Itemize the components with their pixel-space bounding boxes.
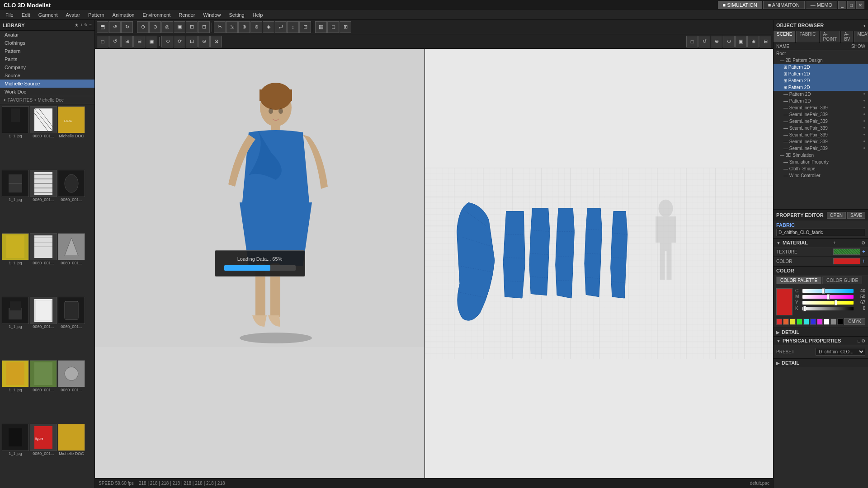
detail2-section-header[interactable]: ▶ DETAIL <box>774 358 868 367</box>
fabric-name-input[interactable] <box>776 229 865 236</box>
swatch-1[interactable] <box>776 319 782 325</box>
obj-tab-fabric[interactable]: FABRIC <box>796 31 819 42</box>
tree-pattern-2d-6[interactable]: — Pattern 2D <box>774 98 868 104</box>
tool-2d-1[interactable]: □ <box>97 36 108 47</box>
physical-icon-1[interactable]: □ <box>858 338 860 343</box>
tool-2d-r6[interactable]: ⊞ <box>747 36 759 47</box>
win-minimize[interactable]: _ <box>838 1 846 9</box>
list-item[interactable]: 0060_001... <box>30 106 57 169</box>
tool-2d-r7[interactable]: ⊟ <box>760 36 771 47</box>
nav-company[interactable]: Company <box>0 63 94 71</box>
tree-3d-simulation[interactable]: — 3D Simulation <box>774 152 868 159</box>
texture-preview[interactable] <box>833 249 860 255</box>
tool-3d-18[interactable]: ▦ <box>315 21 327 33</box>
list-item[interactable]: 0060_001... <box>58 360 85 423</box>
swatch-6[interactable] <box>810 319 816 325</box>
obj-tab-measur[interactable]: MEASUR... <box>854 31 868 42</box>
physical-props-header[interactable]: ▼ PHYSICAL PROPERTIES □ ⚙ <box>774 336 868 345</box>
tree-seamline-1[interactable]: — SeamLinePair_339 <box>774 104 868 111</box>
nav-avatar[interactable]: Avatar <box>0 31 94 39</box>
list-item[interactable]: 1_1.jpg <box>2 233 29 296</box>
list-item[interactable]: 1_1.jpg <box>2 106 29 169</box>
color-tab-guide[interactable]: COLOR GUIDE <box>822 277 862 284</box>
menu-garment[interactable]: Garment <box>35 11 61 19</box>
menu-avatar[interactable]: Avatar <box>62 11 84 19</box>
cmyk-mode-btn[interactable]: CMYK <box>844 318 865 325</box>
pe-save-btn[interactable]: SAVE <box>847 212 865 219</box>
list-item[interactable]: figure 0060_001... <box>30 424 57 487</box>
nav-source[interactable]: Source <box>0 71 94 80</box>
tree-seamline-3[interactable]: — SeamLinePair_339 <box>774 118 868 125</box>
list-item[interactable]: 0060_001... <box>30 170 57 233</box>
tree-pattern-2d-5[interactable]: — Pattern 2D <box>774 91 868 98</box>
tool-2d-2[interactable]: ↺ <box>109 36 121 47</box>
list-item[interactable]: 0060_001... <box>58 297 85 360</box>
lib-icon-add[interactable]: + <box>80 23 83 28</box>
tree-pattern-2d-4[interactable]: ⊞ Pattern 2D <box>774 84 868 91</box>
slider-m-track[interactable] <box>802 295 854 299</box>
tool-3d-20[interactable]: ⊞ <box>340 21 351 33</box>
material-section-header[interactable]: ▼ MATERIAL + ⚙ <box>774 238 868 247</box>
obj-show-btn[interactable]: SHOW <box>851 44 865 49</box>
tool-3d-2[interactable]: ↺ <box>109 21 121 33</box>
tool-3d-7[interactable]: ▣ <box>174 21 185 33</box>
tool-2d-r1[interactable]: □ <box>686 36 698 47</box>
menu-animation[interactable]: Animation <box>109 11 138 19</box>
list-item[interactable]: 1_1.jpg <box>2 297 29 360</box>
tree-2d-pattern-design[interactable]: — 2D Pattern Design <box>774 57 868 64</box>
list-item[interactable]: 0060_001... <box>30 360 57 423</box>
tool-3d-12[interactable]: ⊕ <box>238 21 250 33</box>
texture-add-btn[interactable]: + <box>862 249 865 255</box>
swatch-8[interactable] <box>824 319 830 325</box>
pe-open-btn[interactable]: OPEN <box>827 212 846 219</box>
nav-clothings[interactable]: Clothings <box>0 39 94 47</box>
menu-window[interactable]: Window <box>199 11 224 19</box>
tab-simulation[interactable]: ■ SIMULATION <box>718 1 762 9</box>
tree-seamline-2[interactable]: — SeamLinePair_339 <box>774 111 868 118</box>
tree-seamline-6[interactable]: — SeamLinePair_339 <box>774 138 868 145</box>
nav-work-doc[interactable]: Work Doc <box>0 88 94 96</box>
menu-render[interactable]: Render <box>175 11 198 19</box>
viewport-3d[interactable]: Loading Data... 65% <box>95 49 425 478</box>
tool-3d-4[interactable]: ⊕ <box>137 21 149 33</box>
menu-help[interactable]: Help <box>249 11 267 19</box>
tool-3d-13[interactable]: ⊗ <box>250 21 262 33</box>
tool-3d-1[interactable]: ⬒ <box>97 21 108 33</box>
menu-setting[interactable]: Setting <box>225 11 248 19</box>
tool-2d-8[interactable]: ⊡ <box>186 36 198 47</box>
nav-pattern[interactable]: Pattern <box>0 47 94 55</box>
color-add-btn[interactable]: + <box>862 258 865 264</box>
tab-animation[interactable]: ■ ANIMAITON <box>763 1 805 9</box>
tool-2d-3[interactable]: ⊞ <box>121 36 133 47</box>
tool-2d-6[interactable]: ⟲ <box>161 36 173 47</box>
tab-memo[interactable]: — MEMO <box>806 1 837 9</box>
color-swatch-large[interactable] <box>776 288 793 315</box>
tool-2d-r4[interactable]: ⊙ <box>723 36 735 47</box>
slider-k-track[interactable] <box>802 307 854 310</box>
swatch-3[interactable] <box>790 319 796 325</box>
tool-3d-9[interactable]: ⊟ <box>198 21 210 33</box>
viewport-2d[interactable] <box>425 49 773 478</box>
nav-pants[interactable]: Pants <box>0 55 94 63</box>
tool-3d-17[interactable]: ⊡ <box>299 21 311 33</box>
menu-edit[interactable]: Edit <box>18 11 34 19</box>
detail-section-header[interactable]: ▶ DETAIL <box>774 328 868 336</box>
nav-michelle-source[interactable]: Michelle Source <box>0 80 94 88</box>
list-item[interactable]: DOC Michelle DOC <box>58 106 85 169</box>
tool-3d-16[interactable]: ↕ <box>287 21 299 33</box>
menu-file[interactable]: File <box>2 11 17 19</box>
tool-2d-4[interactable]: ⊟ <box>133 36 145 47</box>
tree-pattern-2d-2[interactable]: ⊞ Pattern 2D <box>774 70 868 77</box>
tool-3d-3[interactable]: ↻ <box>121 21 133 33</box>
tree-simulation-property[interactable]: — Simulation Property <box>774 159 868 165</box>
tree-seamline-5[interactable]: — SeamLinePair_339 <box>774 131 868 138</box>
swatch-4[interactable] <box>797 319 802 325</box>
tree-pattern-2d-1[interactable]: ⊞ Pattern 2D <box>774 64 868 70</box>
tool-3d-6[interactable]: ◎ <box>161 21 173 33</box>
swatch-2[interactable] <box>783 319 789 325</box>
slider-y-track[interactable] <box>802 301 854 305</box>
tool-2d-7[interactable]: ⟳ <box>174 36 185 47</box>
obj-tab-scene[interactable]: SCENE <box>774 31 795 42</box>
obj-tab-abv[interactable]: A-BV <box>841 31 853 42</box>
tool-3d-19[interactable]: ◻ <box>327 21 339 33</box>
